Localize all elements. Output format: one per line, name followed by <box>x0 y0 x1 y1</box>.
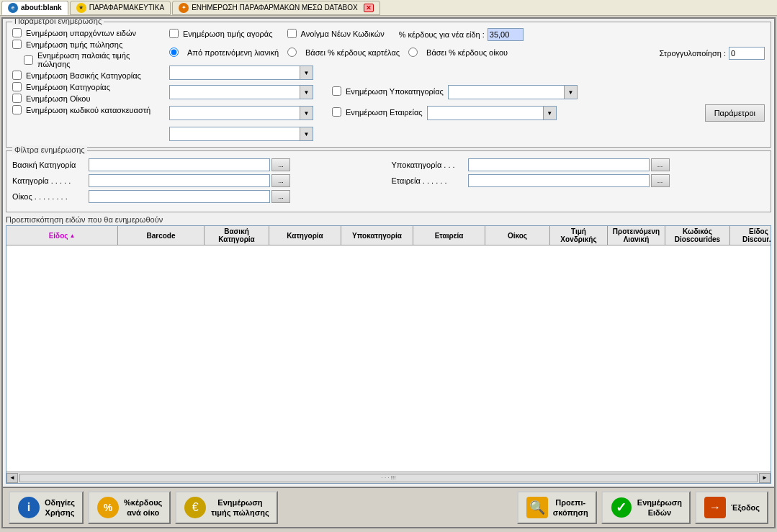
radio-protinomeni[interactable] <box>169 48 179 57</box>
main-window: Παράμετροι ενημέρωσης Ενημέρωση υπαρχόντ… <box>1 17 776 528</box>
th-kodikos-label: ΚωδικόςDioscourides <box>675 227 720 243</box>
th-barcode[interactable]: Barcode <box>118 226 205 245</box>
stroggulo-input[interactable] <box>729 47 765 60</box>
search-icon: 🔍 <box>526 497 548 518</box>
filter-etaireia-browse[interactable]: ... <box>651 174 670 187</box>
proepiskopiisi-label: Προεπι-σκόπηση <box>553 497 588 518</box>
params-button[interactable]: Παράμετροι <box>705 104 765 122</box>
kategoria-param-input[interactable] <box>170 86 300 99</box>
table-section: Προεπισκόπηση ειδών που θα ενημερωθούν Ε… <box>6 215 771 484</box>
cb-upokategorias[interactable] <box>332 86 341 96</box>
profit-section: % κέρδους για νέα είδη : 35,00 <box>399 28 524 41</box>
tab-parafarmakeutika[interactable]: ★ ΠΑΡΑΦΑΡΜΑΚΕΥΤΙΚΑ <box>70 1 171 15</box>
radio-oikou[interactable] <box>408 48 418 57</box>
kodikos-input[interactable] <box>170 127 300 140</box>
filter-vasiki-label: Βασική Κατηγορία <box>12 161 84 169</box>
vasiki-dropdown-arrow[interactable]: ▼ <box>300 66 313 79</box>
kerdos-button[interactable]: % %κέρδουςανά οίκο <box>88 491 171 524</box>
filter-oikos-browse[interactable]: ... <box>271 190 290 203</box>
th-upokat[interactable]: Υποκατηγορία <box>341 226 413 245</box>
cb-kodikou-kataskeuvasti[interactable] <box>12 105 22 114</box>
cb-yparchonton[interactable] <box>12 28 22 37</box>
filters-right: Υποκατηγορία . . . ... Εταιρεία . . . . … <box>392 158 765 206</box>
th-timi[interactable]: ΤιμήΧονδρικής <box>550 226 608 245</box>
cb-etaireias[interactable] <box>332 107 341 117</box>
th-vasiki[interactable]: ΒασικήΚατηγορία <box>205 226 269 245</box>
coin-icon: € <box>184 497 206 518</box>
th-kategoria[interactable]: Κατηγορία <box>269 226 341 245</box>
profit-input[interactable]: 35,00 <box>488 28 524 41</box>
filter-vasiki-input[interactable] <box>89 158 270 171</box>
oikos-arrow[interactable]: ▼ <box>300 107 313 120</box>
vasiki-dropdown[interactable]: ▼ <box>169 66 313 80</box>
filter-upokat-wrap: ... <box>468 158 670 171</box>
th-protinoumeni-label: ΠροτεινόμενηΛιανική <box>613 227 660 243</box>
filter-oikos-input[interactable] <box>89 190 270 203</box>
etaireia-dropdown[interactable]: ▼ <box>427 106 557 120</box>
cb-kategorias[interactable] <box>12 82 22 91</box>
hscrollbar[interactable]: ◄ · · · !!! ► <box>6 472 771 483</box>
radio-kartelas[interactable] <box>287 48 297 57</box>
kodikos-arrow[interactable]: ▼ <box>300 127 313 140</box>
oikos-dropdown[interactable]: ▼ <box>169 106 313 120</box>
th-eidos2[interactable]: ΕίδοςDiscour... <box>730 226 771 245</box>
tab-close-enim[interactable]: ✕ <box>364 4 374 12</box>
th-protinoumeni[interactable]: ΠροτεινόμενηΛιανική <box>608 226 665 245</box>
filter-vasiki: Βασική Κατηγορία ... <box>12 158 386 171</box>
filter-vasiki-browse[interactable]: ... <box>271 158 290 171</box>
filter-kat-browse[interactable]: ... <box>271 174 290 187</box>
filter-etaireia-input[interactable] <box>468 174 650 187</box>
enimerosi-eidon-button[interactable]: ✓ ΕνημέρωσηΕιδών <box>601 491 691 524</box>
proepiskopiisi-button[interactable]: 🔍 Προεπι-σκόπηση <box>517 491 597 524</box>
filter-upokat-browse[interactable]: ... <box>651 158 670 171</box>
taskbar: e about:blank ★ ΠΑΡΑΦΑΡΜΑΚΕΥΤΙΚΑ ✦ ΕΝΗΜΕ… <box>0 0 777 16</box>
params-row1: Ενημέρωση τιμής αγοράς Ανοίγμα Νέων Κωδι… <box>169 28 765 41</box>
cb-timis-agoris[interactable] <box>169 29 179 38</box>
tab-about[interactable]: e about:blank <box>1 1 68 15</box>
upokategoria-input[interactable] <box>449 86 564 99</box>
params-title: Παράμετροι ενημέρωσης <box>12 19 104 25</box>
enimerosi-timis-button[interactable]: € Ενημέρωσητιμής πώλησης <box>175 491 277 524</box>
th-eidos-label: Είδος <box>49 232 68 240</box>
filter-kat-input[interactable] <box>89 174 270 187</box>
cb-palaia-timis[interactable] <box>24 55 33 65</box>
scroll-right-btn[interactable]: ► <box>759 473 771 483</box>
th-kodikos[interactable]: ΚωδικόςDioscourides <box>665 226 730 245</box>
cb-vasikis-kategorias[interactable] <box>12 71 22 80</box>
cb-oikou[interactable] <box>12 94 22 103</box>
filter-oikos: Οίκος . . . . . . . . ... <box>12 190 386 203</box>
filter-oikos-label: Οίκος . . . . . . . . <box>12 192 84 201</box>
stroggulo-section: Στρογγυλοποίηση : <box>660 47 765 60</box>
th-etaireia-label: Εταιρεία <box>435 232 464 240</box>
enimerosi-eidon-label: ΕνημέρωσηΕιδών <box>637 497 682 518</box>
tab-label-about: about:blank <box>21 4 62 12</box>
radio-kartelas-label: Βάσει % κέρδους καρτέλας <box>305 48 400 57</box>
th-eidos[interactable]: Είδος ▲ <box>6 226 118 245</box>
tab-enimerosi[interactable]: ✦ ΕΝΗΜΕΡΩΣΗ ΠΑΡΑΦΑΡΜΑΚΩΝ ΜΕΣΩ DATABOX ✕ <box>172 1 380 15</box>
upokategoria-dropdown[interactable]: ▼ <box>448 85 578 99</box>
params-group: Παράμετροι ενημέρωσης Ενημέρωση υπαρχόντ… <box>6 22 771 148</box>
etaireia-input[interactable] <box>428 107 543 120</box>
th-etaireia[interactable]: Εταιρεία <box>413 226 485 245</box>
filter-upokat-input[interactable] <box>468 158 650 171</box>
eksodos-button[interactable]: → Έξοδος <box>695 491 768 524</box>
kodikos-row: ▼ <box>169 127 765 141</box>
upokategoria-arrow[interactable]: ▼ <box>564 86 577 99</box>
cb-timis-polisis[interactable] <box>12 40 22 49</box>
odigos-button[interactable]: i ΟδηγίεςΧρήσης <box>9 491 84 524</box>
vasiki-dropdown-input[interactable] <box>170 66 300 79</box>
oikos-input[interactable] <box>170 107 300 120</box>
proepiskopiisi-icon: 🔍 <box>526 496 549 519</box>
kodikos-dropdown[interactable]: ▼ <box>169 127 313 141</box>
th-oikos[interactable]: Οίκος <box>485 226 550 245</box>
scroll-left-btn[interactable]: ◄ <box>6 473 18 483</box>
kategoria-param-dropdown[interactable]: ▼ <box>169 85 313 99</box>
filters-group: Φίλτρα ενημέρωσης Βασική Κατηγορία ... Κ… <box>6 150 771 212</box>
cb-anoigma-kodikon[interactable] <box>287 29 297 38</box>
kategoria-param-arrow[interactable]: ▼ <box>300 86 313 99</box>
etaireia-arrow[interactable]: ▼ <box>543 107 556 120</box>
filter-vasiki-wrap: ... <box>89 158 290 171</box>
th-oikos-label: Οίκος <box>508 232 527 240</box>
stroggulo-label: Στρογγυλοποίηση : <box>660 49 726 58</box>
hscrollbar-track[interactable]: · · · !!! <box>19 474 758 482</box>
